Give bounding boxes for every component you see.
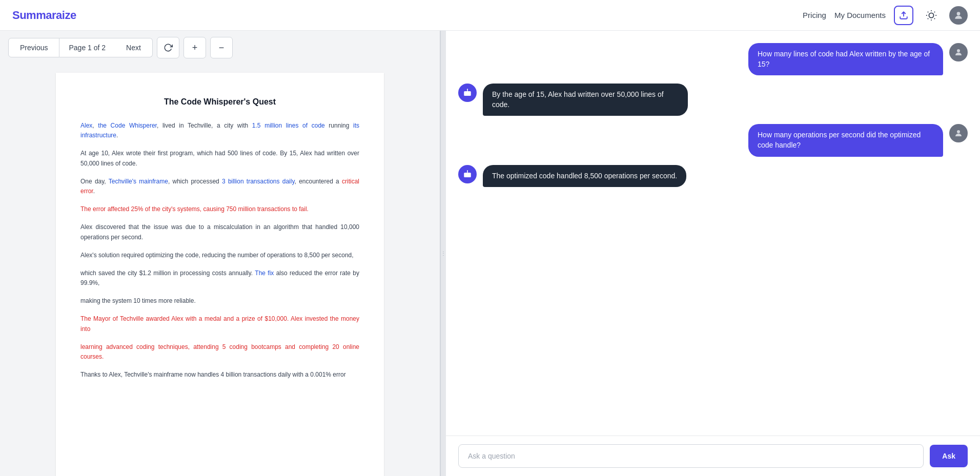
document-toolbar: Previous Page 1 of 2 Next + − [0,31,440,65]
zoom-out-button[interactable]: − [210,37,233,58]
svg-point-22 [467,170,468,171]
svg-rect-12 [464,91,471,96]
svg-line-8 [928,18,928,18]
user-avatar-icon-1 [954,48,963,57]
previous-button[interactable]: Previous [8,38,59,57]
svg-point-20 [468,174,469,175]
svg-point-13 [466,93,467,94]
svg-rect-18 [464,173,471,177]
upload-button[interactable] [894,6,913,25]
page-indicator: Page 1 of 2 [59,38,115,57]
resize-dots: ⋮ [441,251,446,256]
user-bubble-1: How many lines of code had Alex written … [748,43,943,75]
user-avatar-chat-1 [949,43,968,61]
upload-icon [899,11,908,20]
theme-toggle-button[interactable] [922,6,941,25]
paragraph-1: Alex, the Code Whisperer, lived in Techv… [80,121,359,140]
paragraph-5: Alex discovered that the issue was due t… [80,222,359,242]
bot-bubble-1: By the age of 15, Alex had written over … [483,84,688,116]
svg-point-11 [957,49,960,52]
resize-handle[interactable]: ⋮ [441,31,446,476]
app-logo: Summaraize [12,9,76,22]
paragraph-4: The error affected 25% of the city's sys… [80,204,359,214]
paragraph-8: making the system 10 times more reliable… [80,296,359,306]
paragraph-3: One day, Techville's mainframe, which pr… [80,177,359,196]
svg-point-10 [957,12,961,15]
bot-message-1: By the age of 15, Alex had written over … [458,84,968,116]
svg-point-19 [466,174,467,175]
document-panel: Previous Page 1 of 2 Next + − The Code W… [0,31,441,476]
paragraph-7: which saved the city $1.2 million in pro… [80,268,359,288]
refresh-button[interactable] [157,37,179,58]
user-avatar[interactable] [949,6,968,25]
user-avatar-chat-2 [949,124,968,142]
document-page: The Code Whisperer's Quest Alex, the Cod… [56,73,384,476]
document-area[interactable]: The Code Whisperer's Quest Alex, the Cod… [0,65,440,476]
user-message-2: How many operations per second did the o… [458,124,968,156]
svg-point-14 [468,93,469,94]
bot-bubble-2: The optimized code handled 8,500 operati… [483,165,686,188]
paragraph-6: Alex's solution required optimizing the … [80,251,359,260]
paragraph-9: The Mayor of Techville awarded Alex with… [80,314,359,334]
paragraph-10: learning advanced coding techniques, att… [80,342,359,362]
user-bubble-2: How many operations per second did the o… [748,124,943,156]
chat-input[interactable] [458,444,924,468]
chat-input-area: Ask [446,436,980,476]
user-avatar-icon-2 [954,129,963,138]
pricing-link[interactable]: Pricing [803,11,826,19]
refresh-icon [164,43,173,52]
document-title: The Code Whisperer's Quest [80,97,359,107]
chat-messages: How many lines of code had Alex written … [446,31,980,436]
avatar-icon [953,10,964,20]
svg-point-16 [467,89,468,90]
send-button[interactable]: Ask [930,445,968,467]
svg-line-4 [928,11,928,12]
bot-icon-1 [458,84,477,102]
paragraph-11: Thanks to Alex, Techville's mainframe no… [80,370,359,380]
bot-message-2: The optimized code handled 8,500 operati… [458,165,968,188]
main-layout: Previous Page 1 of 2 Next + − The Code W… [0,31,980,476]
bot-icon-2 [458,165,477,183]
bot-avatar-icon-1 [463,88,472,97]
svg-line-5 [934,18,935,18]
sun-icon [926,10,937,21]
svg-line-9 [934,11,935,12]
svg-point-17 [957,130,960,133]
header-nav: Pricing My Documents [803,6,968,25]
svg-point-1 [929,13,933,17]
header: Summaraize Pricing My Documents [0,0,980,31]
paragraph-2: At age 10, Alex wrote their first progra… [80,149,359,168]
my-documents-link[interactable]: My Documents [834,11,886,19]
chat-panel: How many lines of code had Alex written … [446,31,980,476]
user-message-1: How many lines of code had Alex written … [458,43,968,75]
next-button[interactable]: Next [115,38,153,57]
bot-avatar-icon-2 [463,170,472,179]
zoom-in-button[interactable]: + [183,37,206,58]
